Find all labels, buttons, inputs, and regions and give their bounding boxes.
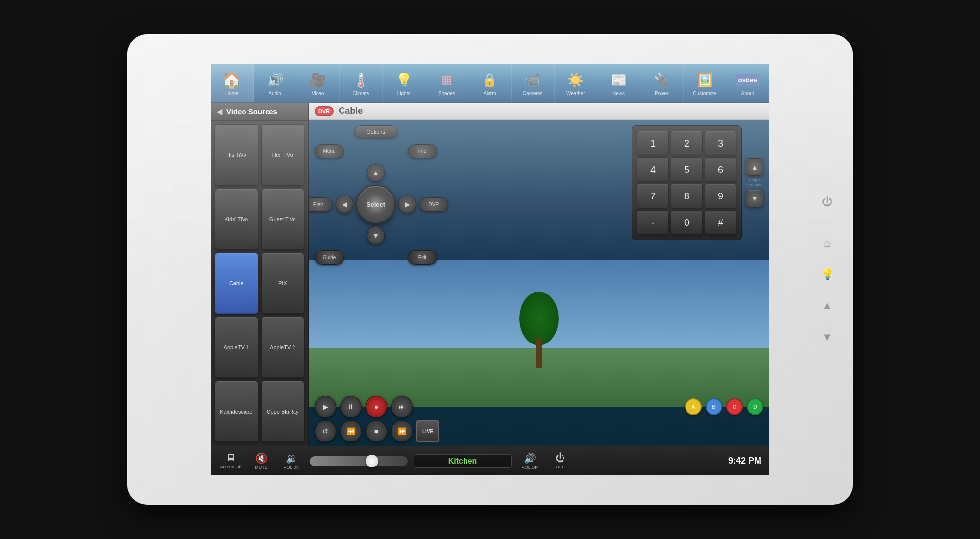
- vol-up-label: VOL UP: [522, 465, 538, 470]
- tablet-power-button[interactable]: ⏻: [816, 191, 838, 213]
- stop-button[interactable]: ■: [366, 420, 387, 442]
- cable-title: Cable: [339, 106, 363, 116]
- nav-label-lights: Lights: [397, 91, 411, 96]
- nav-item-weather[interactable]: ☀️ Weather: [555, 64, 598, 102]
- tablet-down-button[interactable]: ▼: [816, 326, 838, 348]
- num-pad: 1 2 3 4 5 6 7 8 9 ·: [632, 125, 742, 240]
- prev-button[interactable]: Prev: [309, 197, 333, 212]
- play-button[interactable]: ▶: [315, 396, 336, 417]
- num-hash[interactable]: #: [705, 210, 736, 235]
- source-oppo[interactable]: Oppo BluRay: [261, 381, 305, 442]
- dpad-right[interactable]: ▶: [398, 196, 416, 213]
- nav-label-climate: Climate: [352, 91, 369, 96]
- dpad-down[interactable]: ▼: [367, 227, 385, 245]
- num-7[interactable]: 7: [637, 184, 669, 208]
- nav-label-video: Video: [312, 91, 324, 96]
- page-channel-label: Page /Channel: [747, 178, 762, 187]
- num-3[interactable]: 3: [705, 131, 736, 155]
- nav-item-cameras[interactable]: 📹 Cameras: [512, 64, 555, 102]
- volume-slider[interactable]: [310, 456, 408, 466]
- mute-button[interactable]: 🔇 MUTE: [249, 452, 273, 470]
- nav-label-alarm: Alarm: [483, 91, 496, 96]
- num-6[interactable]: 6: [705, 157, 736, 182]
- options-button[interactable]: Options: [354, 125, 397, 138]
- dvr-button[interactable]: DVR: [419, 197, 448, 212]
- nav-item-about[interactable]: osbee About: [726, 64, 769, 102]
- source-her-tivo[interactable]: Her TiVo: [261, 124, 305, 186]
- vol-dn-label: VOL DN: [283, 465, 299, 470]
- mute-icon: 🔇: [255, 452, 268, 464]
- nav-label-power: Power: [655, 91, 668, 96]
- nav-item-climate[interactable]: 🌡️ Climate: [340, 64, 383, 102]
- num-5[interactable]: 5: [671, 157, 703, 182]
- source-kids-tivo[interactable]: Kids' TiVo: [215, 189, 258, 250]
- page-down-button[interactable]: ▼: [746, 190, 763, 207]
- vol-up-button[interactable]: 🔊 VOL UP: [517, 452, 542, 470]
- video-sources-sidebar: ◀ Video Sources His TiVo Her TiVo Kids' …: [211, 103, 309, 446]
- rewind-button[interactable]: ⏪: [340, 420, 362, 442]
- screen-icon: 🖥: [226, 452, 236, 464]
- guide-button[interactable]: Guide: [315, 250, 344, 265]
- shades-icon: ▦: [437, 70, 457, 90]
- nav-item-video[interactable]: 🎥 Video: [296, 64, 340, 102]
- vol-down-button[interactable]: 🔉 VOL DN: [279, 452, 304, 470]
- num-0[interactable]: 0: [671, 210, 703, 235]
- nav-item-home[interactable]: 🏠 Home: [211, 64, 254, 102]
- tablet-up-button[interactable]: ▲: [816, 295, 838, 317]
- tablet-home-button[interactable]: ⌂: [816, 232, 838, 254]
- nav-item-audio[interactable]: 🔊 Audio: [254, 64, 297, 102]
- color-btn-d[interactable]: D: [747, 398, 763, 415]
- source-cable[interactable]: Cable: [215, 253, 258, 314]
- num-grid: 1 2 3 4 5 6 7 8 9 ·: [637, 131, 736, 235]
- source-grid: His TiVo Her TiVo Kids' TiVo Guest TiVo: [211, 121, 308, 446]
- screen-off-button[interactable]: 🖥 Screen Off: [219, 452, 243, 469]
- num-8[interactable]: 8: [671, 184, 703, 208]
- tablet-light-button[interactable]: 💡: [816, 264, 838, 285]
- color-btn-b[interactable]: B: [706, 398, 722, 415]
- menu-button[interactable]: Menu: [315, 144, 344, 158]
- nav-item-shades[interactable]: ▦ Shades: [425, 64, 468, 102]
- nav-item-alarm[interactable]: 🔒 Alarm: [468, 64, 512, 102]
- color-btn-a[interactable]: A: [685, 398, 702, 415]
- pause-button[interactable]: ⏸: [340, 396, 362, 417]
- nav-label-about: About: [741, 91, 754, 96]
- source-appletv2[interactable]: AppleTV 2: [261, 317, 305, 378]
- num-2[interactable]: 2: [671, 131, 703, 155]
- num-1[interactable]: 1: [637, 131, 669, 155]
- power-off-button[interactable]: ⏻ OFF: [548, 452, 572, 469]
- color-btn-c[interactable]: C: [726, 398, 743, 415]
- fast-forward-button[interactable]: ⏩: [391, 420, 413, 442]
- dpad-up[interactable]: ▲: [367, 164, 385, 182]
- info-button[interactable]: Info: [408, 144, 437, 158]
- dpad-select[interactable]: Select: [356, 185, 395, 224]
- nav-label-home: Home: [225, 91, 239, 96]
- time-display: 9:42 PM: [728, 456, 761, 466]
- rewind-loop-button[interactable]: ↺: [315, 420, 336, 442]
- num-dot[interactable]: ·: [637, 210, 669, 235]
- dpad-left[interactable]: ◀: [336, 196, 353, 213]
- nav-item-news[interactable]: 📰 News: [597, 64, 640, 102]
- transport-row-2: ↺ ⏪ ■ ⏩ LIVE: [309, 420, 769, 446]
- source-guest-tivo[interactable]: Guest TiVo: [261, 189, 305, 250]
- tablet-frame: 🏠 Home 🔊 Audio 🎥 Video 🌡️ Cli: [127, 34, 853, 505]
- lights-icon: 💡: [394, 70, 414, 90]
- num-4[interactable]: 4: [637, 157, 669, 182]
- source-pix[interactable]: PIX: [261, 253, 305, 314]
- about-icon: osbee: [738, 70, 758, 90]
- back-button[interactable]: ◀: [217, 107, 222, 116]
- skip-forward-button[interactable]: ⏭: [391, 396, 413, 417]
- live-button[interactable]: LIVE: [416, 420, 439, 442]
- record-button[interactable]: ●: [366, 396, 387, 417]
- nav-item-power[interactable]: 🔌 Power: [640, 64, 684, 102]
- page-up-button[interactable]: ▲: [746, 158, 763, 176]
- nav-item-customize[interactable]: 🖼️ Customize: [684, 64, 727, 102]
- source-appletv1[interactable]: AppleTV 1: [215, 317, 258, 378]
- num-9[interactable]: 9: [705, 184, 736, 208]
- volume-knob[interactable]: [366, 455, 378, 467]
- exit-button[interactable]: Exit: [408, 250, 437, 265]
- nav-item-lights[interactable]: 💡 Lights: [383, 64, 426, 102]
- source-his-tivo[interactable]: His TiVo: [215, 124, 258, 186]
- source-kaleidescape[interactable]: Kaleidescape: [215, 381, 258, 442]
- sidebar-header: ◀ Video Sources: [211, 103, 308, 121]
- room-display[interactable]: Kitchen: [414, 454, 512, 468]
